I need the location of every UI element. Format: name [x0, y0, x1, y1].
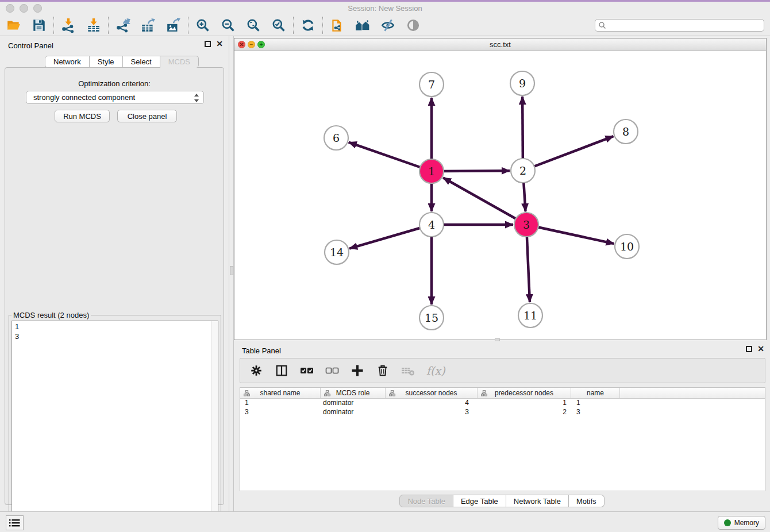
refresh-icon[interactable] — [300, 17, 316, 33]
column-header-shared-name[interactable]: shared name — [240, 388, 321, 398]
column-type-icon — [389, 390, 395, 398]
mcds-result-scrollbar[interactable] — [211, 321, 218, 530]
mcds-result-textarea[interactable]: 1 3 — [11, 321, 218, 531]
memory-button[interactable]: Memory — [718, 516, 765, 530]
tab-network[interactable]: Network — [45, 56, 90, 68]
graph-edge-4-14[interactable] — [349, 225, 432, 249]
column-header-successor-nodes[interactable]: successor nodes — [386, 388, 478, 398]
home-icon[interactable] — [355, 17, 371, 33]
mcds-panel: Optimization criterion: strongly connect… — [5, 67, 224, 505]
run-mcds-button[interactable]: Run MCDS — [55, 110, 110, 122]
graph-edge-3-1[interactable] — [443, 178, 526, 225]
mcds-result-title: MCDS result (2 nodes) — [11, 311, 91, 319]
column-header-name[interactable]: name — [571, 388, 620, 398]
column-header-predecessor-nodes[interactable]: predecessor nodes — [478, 388, 571, 398]
node-table: shared name MCDS role successor nodes pr… — [240, 387, 765, 491]
graph-node-3[interactable]: 3 — [514, 213, 538, 237]
show-columns-icon[interactable] — [275, 364, 288, 377]
svg-text:11: 11 — [523, 309, 537, 322]
graph-edge-1-6[interactable] — [349, 142, 432, 171]
column-type-icon — [244, 390, 250, 398]
splitter-grip[interactable] — [230, 266, 233, 275]
graph-node-14[interactable]: 14 — [325, 240, 349, 264]
network-window-titlebar[interactable]: ✕ − + scc.txt — [234, 38, 766, 51]
tab-edge-table[interactable]: Edge Table — [453, 495, 506, 507]
network-window-title: scc.txt — [234, 40, 766, 49]
toolbar-separator — [322, 17, 323, 34]
copy-network-view-icon[interactable] — [329, 17, 345, 33]
zoom-selected-icon[interactable] — [271, 17, 287, 33]
tab-style[interactable]: Style — [90, 56, 123, 68]
graph-node-1[interactable]: 1 — [419, 159, 444, 183]
node-table-header: shared name MCDS role successor nodes pr… — [240, 388, 765, 399]
export-network-icon[interactable] — [115, 17, 131, 33]
svg-text:8: 8 — [622, 125, 629, 138]
status-bar: Memory — [0, 511, 770, 532]
network-canvas[interactable]: 1234678910111415 — [234, 51, 766, 340]
table-settings-icon[interactable] — [249, 364, 263, 377]
graph-edge-3-10[interactable] — [526, 225, 614, 244]
export-table-icon[interactable] — [140, 17, 156, 33]
optimization-criterion-label: Optimization criterion: — [5, 79, 224, 88]
graph-edge-2-8[interactable] — [523, 136, 613, 171]
svg-text:6: 6 — [333, 132, 340, 144]
graph-node-4[interactable]: 4 — [419, 213, 444, 237]
graph-node-7[interactable]: 7 — [419, 72, 444, 97]
zoom-out-icon[interactable] — [220, 17, 236, 33]
mcds-result-line: 1 — [15, 322, 218, 331]
column-type-icon — [324, 390, 330, 398]
table-panel: Table Panel ✕ f(x) share — [234, 341, 770, 511]
delete-column-icon[interactable] — [376, 364, 390, 377]
graph-node-10[interactable]: 10 — [615, 234, 639, 259]
hide-labels-icon[interactable] — [380, 17, 396, 33]
table-tabs: Node Table Edge Table Network Table Moti… — [234, 495, 770, 507]
task-history-button[interactable] — [6, 515, 24, 530]
graph-node-15[interactable]: 15 — [419, 306, 444, 330]
save-session-icon[interactable] — [31, 17, 47, 33]
column-header-mcds-role[interactable]: MCDS role — [321, 388, 386, 398]
graph-node-9[interactable]: 9 — [510, 71, 534, 95]
search-input[interactable] — [595, 19, 764, 32]
vertical-splitter[interactable] — [229, 36, 234, 511]
close-panel-button[interactable]: Close panel — [117, 110, 177, 122]
add-column-icon[interactable] — [351, 364, 364, 377]
tab-motifs[interactable]: Motifs — [569, 495, 605, 507]
close-panel-icon[interactable]: ✕ — [216, 41, 223, 47]
graph-node-6[interactable]: 6 — [324, 126, 348, 150]
import-network-icon[interactable] — [60, 17, 76, 33]
zoom-fit-icon[interactable] — [245, 17, 261, 33]
close-panel-icon[interactable]: ✕ — [757, 346, 764, 352]
svg-text:15: 15 — [425, 311, 438, 324]
select-all-columns-icon[interactable] — [300, 364, 314, 377]
tab-mcds[interactable]: MCDS — [160, 56, 199, 68]
tab-select[interactable]: Select — [123, 56, 160, 68]
control-panel: Control Panel ✕ Network Style Select MCD… — [0, 36, 229, 511]
svg-text:2: 2 — [519, 164, 526, 177]
graph-node-11[interactable]: 11 — [518, 303, 542, 327]
float-panel-icon[interactable] — [746, 346, 752, 352]
graph-node-8[interactable]: 8 — [614, 119, 638, 144]
zoom-in-icon[interactable] — [195, 17, 211, 33]
export-image-icon[interactable] — [165, 17, 182, 33]
svg-text:3: 3 — [523, 218, 530, 231]
import-table-icon[interactable] — [86, 17, 102, 33]
memory-status-icon — [724, 519, 731, 526]
toggle-view-icon[interactable] — [405, 17, 421, 33]
mcds-result-line: 3 — [15, 331, 218, 341]
optimization-criterion-dropdown[interactable]: strongly connected component — [26, 91, 204, 104]
svg-text:9: 9 — [519, 77, 526, 90]
svg-text:4: 4 — [428, 218, 435, 231]
svg-text:10: 10 — [620, 240, 634, 253]
open-session-icon[interactable] — [6, 17, 22, 33]
toolbar-separator — [108, 17, 109, 34]
tab-node-table[interactable]: Node Table — [399, 495, 453, 507]
deselect-all-columns-icon[interactable] — [325, 364, 339, 377]
tab-network-table[interactable]: Network Table — [506, 495, 569, 507]
table-row[interactable]: 1 dominator 4 1 1 — [240, 399, 765, 408]
control-panel-tabs: Network Style Select MCDS — [45, 56, 199, 68]
graph-node-2[interactable]: 2 — [511, 159, 535, 183]
control-panel-title: Control Panel — [8, 41, 53, 50]
table-row[interactable]: 3 dominator 3 2 3 — [240, 408, 765, 417]
float-panel-icon[interactable] — [205, 41, 211, 47]
table-toolbar: f(x) — [240, 358, 765, 383]
